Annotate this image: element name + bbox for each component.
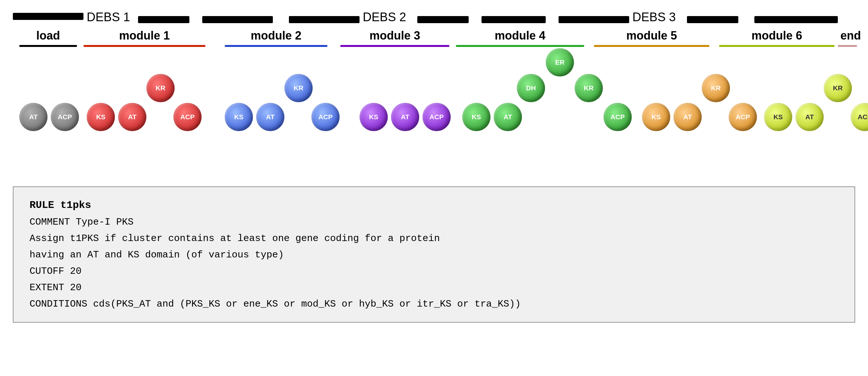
end-label: end: [838, 29, 864, 42]
debs1-label: DEBS 1: [87, 10, 130, 24]
module5-label: module 5: [594, 29, 709, 42]
domain-m1-ks: KS: [87, 103, 115, 131]
load-label: load: [19, 29, 77, 42]
rule-line-4: CUTOFF 20: [30, 263, 838, 280]
domain-m4-er: ER: [546, 48, 574, 77]
domain-m4-ks: KS: [462, 103, 491, 131]
pks-diagram: DEBS 1 DEBS 2 DEBS 3 load module 1 modul…: [13, 13, 855, 167]
module3-underline: [340, 45, 450, 47]
module4-label: module 4: [456, 29, 584, 42]
domain-m5-acp: ACP: [729, 103, 757, 131]
domain-m1-acp: ACP: [173, 103, 202, 131]
domain-m4-at: AT: [494, 103, 522, 131]
domain-m6-acp: ACP: [851, 103, 868, 131]
module4-underline: [456, 45, 584, 47]
domain-m2-kr: KR: [284, 74, 313, 102]
module2-underline: [225, 45, 328, 47]
domain-m6-ks: KS: [764, 103, 792, 131]
module3-label: module 3: [340, 29, 450, 42]
domain-m5-kr: KR: [702, 74, 730, 102]
debs2-bar-mid: [417, 16, 469, 23]
domain-m3-at: AT: [391, 103, 419, 131]
domain-m6-kr: KR: [824, 74, 852, 102]
domain-m3-acp: ACP: [423, 103, 451, 131]
rule-line-5: EXTENT 20: [30, 280, 838, 296]
domain-m5-ks: KS: [642, 103, 670, 131]
module1-label: module 1: [84, 29, 206, 42]
module6-label: module 6: [719, 29, 835, 42]
domain-m2-ks: KS: [225, 103, 253, 131]
domain-m6-at: AT: [796, 103, 824, 131]
domain-m1-at: AT: [118, 103, 146, 131]
debs1-bar-left: [13, 13, 84, 20]
rule-line-1: COMMENT Type-I PKS: [30, 214, 838, 230]
module5-underline: [594, 45, 709, 47]
domain-m1-kr: KR: [146, 74, 175, 102]
main-container: DEBS 1 DEBS 2 DEBS 3 load module 1 modul…: [0, 0, 868, 329]
debs1-bar-right: [202, 16, 273, 23]
debs2-label: DEBS 2: [363, 10, 406, 24]
domain-m4-dh: DH: [517, 74, 545, 102]
domain-m4-acp: ACP: [603, 103, 632, 131]
rule-line-2: Assign t1PKS if cluster contains at leas…: [30, 230, 838, 247]
debs2-bar-right: [482, 16, 546, 23]
debs1-bar-mid: [138, 16, 189, 23]
debs3-bar-right: [754, 16, 838, 23]
rule-line-3: having an AT and KS domain (of various t…: [30, 247, 838, 263]
debs3-label: DEBS 3: [632, 10, 676, 24]
rule-title: RULE t1pks: [30, 197, 838, 214]
rule-line-6: CONDITIONS cds(PKS_AT and (PKS_KS or ene…: [30, 296, 838, 312]
load-underline: [19, 45, 77, 47]
domain-m3-ks: KS: [360, 103, 388, 131]
end-underline: [838, 45, 857, 47]
domain-load-acp: ACP: [51, 103, 79, 131]
rule-section: RULE t1pks COMMENT Type-I PKS Assign t1P…: [13, 186, 855, 323]
domain-m2-at: AT: [256, 103, 284, 131]
domain-m2-acp: ACP: [311, 103, 340, 131]
debs2-bar-left: [289, 16, 360, 23]
debs3-bar-mid: [687, 16, 738, 23]
diagram-section: DEBS 1 DEBS 2 DEBS 3 load module 1 modul…: [13, 6, 855, 180]
debs3-bar-left: [559, 16, 629, 23]
domain-m4-kr: KR: [575, 74, 603, 102]
module1-underline: [84, 45, 206, 47]
domain-m5-at: AT: [674, 103, 702, 131]
module6-underline: [719, 45, 835, 47]
module2-label: module 2: [225, 29, 328, 42]
domain-load-at: AT: [19, 103, 48, 131]
